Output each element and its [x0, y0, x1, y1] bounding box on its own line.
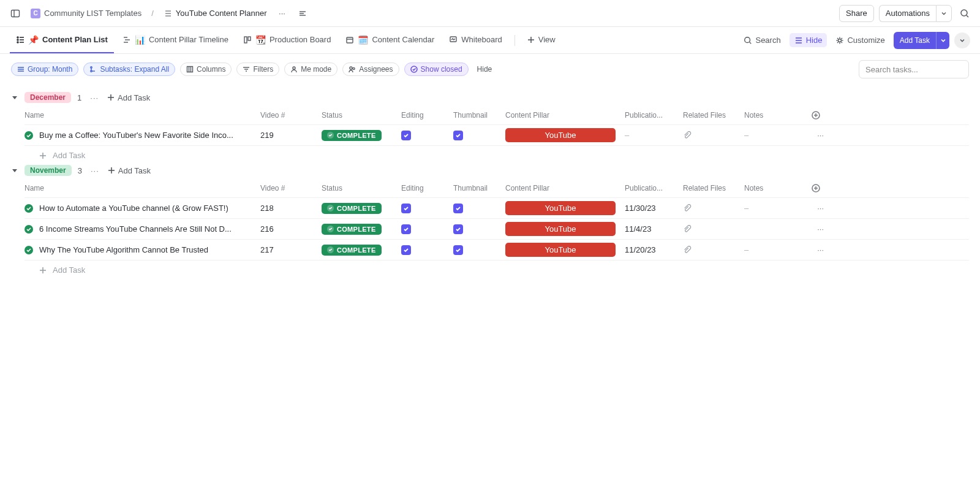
task-name[interactable]: Why The YouTube Algorithm Cannot Be Trus… [39, 245, 208, 254]
hide-filters-button[interactable]: Hide [473, 63, 496, 76]
group-add-task[interactable]: Add Task [108, 166, 151, 175]
th-publication[interactable]: Publicatio... [625, 184, 683, 192]
tab-content-pillar-timeline[interactable]: 📊 Content Pillar Timeline [116, 27, 235, 53]
task-name[interactable]: Buy me a Coffee: YouTuber's New Favorite… [39, 131, 233, 140]
pillar-cell[interactable]: YouTube [505, 222, 625, 236]
files-cell[interactable] [683, 225, 744, 234]
video-cell[interactable]: 216 [260, 224, 322, 234]
thumbnail-checkbox[interactable] [453, 245, 463, 255]
automations-button[interactable]: Automations [879, 5, 936, 22]
table-row[interactable]: How to Automate a YouTube channel (& Gro… [24, 198, 969, 219]
files-cell[interactable] [683, 246, 744, 254]
th-thumbnail[interactable]: Thumbnail [453, 184, 505, 192]
add-column-button[interactable] [799, 111, 824, 120]
tab-content-calendar[interactable]: 🗓️ Content Calendar [339, 27, 440, 53]
video-cell[interactable]: 217 [260, 245, 322, 254]
th-notes[interactable]: Notes [744, 111, 799, 120]
search-button[interactable]: Search [740, 33, 784, 47]
editing-checkbox[interactable] [401, 224, 411, 234]
files-cell[interactable] [683, 204, 744, 213]
notes-cell[interactable]: – [744, 245, 799, 254]
thumbnail-cell[interactable] [453, 224, 505, 234]
row-more-icon[interactable]: ··· [799, 224, 824, 234]
collapse-header-icon[interactable] [295, 6, 311, 21]
breadcrumb-page[interactable]: YouTube Content Planner [161, 7, 270, 20]
group-month-pill[interactable]: December [24, 92, 71, 103]
breadcrumb-workspace[interactable]: C Community LIST Templates [28, 7, 144, 20]
task-name[interactable]: 6 Income Streams YouTube Channels Are St… [39, 224, 232, 234]
show-closed-pill[interactable]: Show closed [404, 63, 469, 76]
notes-cell[interactable]: – [744, 131, 799, 140]
add-task-row[interactable]: Add Task [24, 261, 969, 275]
group-month-pill[interactable]: November [24, 165, 72, 176]
thumbnail-checkbox[interactable] [453, 131, 463, 140]
th-pillar[interactable]: Content Pillar [505, 111, 625, 120]
editing-cell[interactable] [401, 204, 453, 213]
thumbnail-cell[interactable] [453, 245, 505, 255]
status-cell[interactable]: COMPLETE [322, 245, 401, 256]
th-status[interactable]: Status [322, 111, 401, 120]
customize-button[interactable]: Customize [832, 33, 888, 47]
pillar-cell[interactable]: YouTube [505, 128, 625, 142]
thumbnail-cell[interactable] [453, 204, 505, 213]
th-video[interactable]: Video # [260, 111, 322, 120]
publication-cell[interactable]: 11/20/23 [625, 245, 683, 254]
sidebar-toggle-icon[interactable] [7, 6, 23, 21]
status-cell[interactable]: COMPLETE [322, 224, 401, 235]
thumbnail-checkbox[interactable] [453, 204, 463, 213]
add-column-button[interactable] [799, 184, 824, 192]
tab-content-plan-list[interactable]: 📌 Content Plan List [10, 27, 114, 53]
collapse-group-icon[interactable] [11, 167, 18, 174]
table-row[interactable]: Why The YouTube Algorithm Cannot Be Trus… [24, 240, 969, 261]
row-more-icon[interactable]: ··· [799, 131, 824, 140]
th-editing[interactable]: Editing [401, 184, 453, 192]
files-cell[interactable] [683, 131, 744, 140]
columns-pill[interactable]: Columns [180, 63, 232, 76]
status-cell[interactable]: COMPLETE [322, 130, 401, 141]
editing-checkbox[interactable] [401, 204, 411, 213]
th-publication[interactable]: Publicatio... [625, 111, 683, 120]
group-more-icon[interactable]: ··· [88, 93, 101, 102]
publication-cell[interactable]: – [625, 131, 683, 140]
group-more-icon[interactable]: ··· [88, 166, 102, 175]
publication-cell[interactable]: 11/4/23 [625, 224, 683, 234]
filters-pill[interactable]: Filters [236, 63, 279, 76]
tab-production-board[interactable]: 📆 Production Board [237, 27, 337, 53]
editing-checkbox[interactable] [401, 131, 411, 140]
page-more-icon[interactable]: ··· [274, 6, 290, 21]
group-pill[interactable]: Group: Month [11, 63, 78, 76]
notes-cell[interactable]: – [744, 204, 799, 213]
search-tasks-input[interactable]: Search tasks... [859, 60, 969, 78]
th-thumbnail[interactable]: Thumbnail [453, 111, 505, 120]
pillar-cell[interactable]: YouTube [505, 243, 625, 257]
publication-cell[interactable]: 11/30/23 [625, 204, 683, 213]
tab-whiteboard[interactable]: Whiteboard [443, 27, 508, 53]
status-complete-icon[interactable] [24, 204, 33, 213]
assignees-pill[interactable]: Assignees [342, 63, 399, 76]
editing-checkbox[interactable] [401, 245, 411, 255]
collapse-group-icon[interactable] [11, 94, 18, 101]
editing-cell[interactable] [401, 131, 453, 140]
row-more-icon[interactable]: ··· [799, 204, 824, 213]
table-row[interactable]: 6 Income Streams YouTube Channels Are St… [24, 219, 969, 240]
search-icon[interactable] [957, 6, 973, 21]
row-more-icon[interactable]: ··· [799, 245, 824, 254]
table-row[interactable]: Buy me a Coffee: YouTuber's New Favorite… [24, 125, 969, 146]
th-name[interactable]: Name [24, 111, 260, 120]
status-cell[interactable]: COMPLETE [322, 203, 401, 214]
thumbnail-cell[interactable] [453, 131, 505, 140]
status-complete-icon[interactable] [24, 246, 33, 254]
automations-caret[interactable] [936, 5, 952, 22]
add-task-caret[interactable] [936, 32, 949, 49]
hide-columns-button[interactable]: Hide [790, 33, 827, 47]
th-video[interactable]: Video # [260, 184, 322, 192]
thumbnail-checkbox[interactable] [453, 224, 463, 234]
add-task-button[interactable]: Add Task [894, 32, 936, 49]
th-notes[interactable]: Notes [744, 184, 799, 192]
th-pillar[interactable]: Content Pillar [505, 184, 625, 192]
add-view-button[interactable]: View [521, 27, 562, 53]
share-button[interactable]: Share [839, 5, 874, 22]
video-cell[interactable]: 219 [260, 131, 322, 140]
me-mode-pill[interactable]: Me mode [284, 63, 337, 76]
status-complete-icon[interactable] [24, 131, 33, 140]
